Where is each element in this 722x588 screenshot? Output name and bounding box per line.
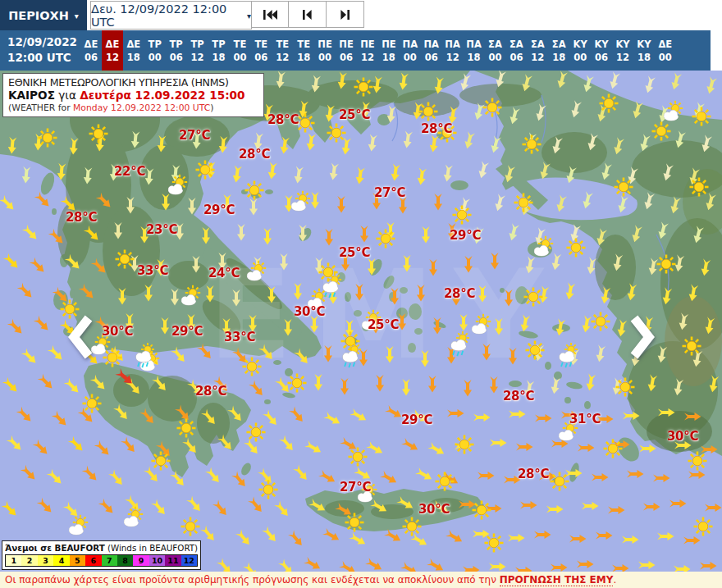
timeline-step-ΤΕ-12[interactable]: ΤΕ12 bbox=[272, 30, 293, 71]
wind-arrow bbox=[422, 226, 430, 244]
wind-arrow bbox=[175, 404, 192, 422]
timeline-step-ΔΕ-00[interactable]: ΔΕ00 bbox=[655, 30, 676, 71]
wind-arrow bbox=[171, 346, 188, 364]
timeline-hour-label: 00 bbox=[404, 52, 417, 62]
timeline-step-ΠΕ-00[interactable]: ΠΕ00 bbox=[314, 30, 336, 71]
timeline-day-label: ΤΡ bbox=[149, 39, 162, 49]
wind-arrow bbox=[434, 194, 442, 211]
wind-arrow bbox=[578, 444, 595, 452]
wind-arrow bbox=[325, 104, 336, 122]
timeline-step-ΠΕ-12[interactable]: ΠΕ12 bbox=[357, 30, 378, 71]
timeline-step-ΤΕ-00[interactable]: ΤΕ00 bbox=[229, 30, 250, 71]
timeline-step-ΚΥ-12[interactable]: ΚΥ12 bbox=[612, 30, 633, 71]
wind-arrow bbox=[661, 287, 672, 305]
wind-arrow bbox=[508, 534, 525, 542]
wind-arrow bbox=[658, 408, 675, 417]
temperature-label: 27°C bbox=[374, 185, 405, 200]
timeline-step-ΔΕ-12[interactable]: ΔΕ12 bbox=[102, 30, 123, 71]
wind-arrow bbox=[325, 229, 333, 246]
temperature-label: 23°C bbox=[146, 222, 177, 237]
timeline-day-label: ΚΥ bbox=[573, 39, 587, 49]
weather-icon-sun bbox=[483, 98, 502, 117]
timeline-step-ΠΑ-00[interactable]: ΠΑ00 bbox=[400, 30, 421, 71]
temperature-label: 28°C bbox=[503, 389, 534, 403]
timeline-step-ΤΕ-18[interactable]: ΤΕ18 bbox=[293, 30, 314, 71]
temperature-label: 29°C bbox=[401, 413, 432, 427]
wind-arrow bbox=[608, 506, 625, 514]
timeline-day-label: ΔΕ bbox=[85, 39, 98, 49]
timeline-step-ΤΡ-06[interactable]: ΤΡ06 bbox=[166, 30, 187, 71]
wind-arrow bbox=[34, 191, 52, 209]
wind-arrow bbox=[21, 166, 31, 184]
timeline-step-ΣΑ-00[interactable]: ΣΑ00 bbox=[485, 30, 506, 71]
wind-arrow bbox=[47, 344, 65, 362]
emy-forecast-link[interactable]: ΠΡΟΓΝΩΣΗ ΤΗΣ ΕΜΥ bbox=[500, 574, 614, 586]
beaufort-scale-cell-5: 5 bbox=[70, 555, 85, 566]
wind-arrow bbox=[144, 466, 161, 484]
previous-map-chevron[interactable] bbox=[64, 313, 97, 361]
timeline-step-ΣΑ-18[interactable]: ΣΑ18 bbox=[548, 30, 569, 71]
timeline-step-ΠΑ-18[interactable]: ΠΑ18 bbox=[464, 30, 485, 71]
timeline-step-ΣΑ-06[interactable]: ΣΑ06 bbox=[505, 30, 527, 71]
timeline-step-ΠΑ-06[interactable]: ΠΑ06 bbox=[421, 30, 442, 71]
wind-arrow bbox=[274, 500, 291, 518]
step-back-button[interactable] bbox=[289, 1, 327, 28]
wind-arrow bbox=[94, 440, 112, 458]
wind-arrow bbox=[258, 467, 275, 485]
region-dropdown-button[interactable]: ΠΕΡΙΟΧΗ ▾ bbox=[0, 0, 87, 30]
weather-icon-sun bbox=[245, 181, 264, 200]
wind-arrow bbox=[626, 283, 637, 301]
weather-icon-sun bbox=[694, 517, 713, 536]
wind-arrow bbox=[565, 469, 583, 477]
timeline-step-ΠΕ-06[interactable]: ΠΕ06 bbox=[336, 30, 357, 71]
wind-arrow bbox=[114, 222, 122, 239]
wind-arrow bbox=[311, 75, 322, 93]
timeline-step-ΤΡ-00[interactable]: ΤΡ00 bbox=[144, 30, 166, 71]
wind-arrow bbox=[206, 285, 214, 303]
wind-arrow bbox=[57, 163, 66, 180]
wind-arrow bbox=[639, 444, 656, 453]
timeline-step-ΣΑ-12[interactable]: ΣΑ12 bbox=[527, 30, 548, 71]
wind-arrow bbox=[551, 136, 563, 154]
skip-to-first-button[interactable] bbox=[251, 1, 289, 28]
step-forward-button[interactable] bbox=[327, 1, 364, 28]
wind-arrow bbox=[322, 528, 341, 544]
timeline-step-ΤΡ-12[interactable]: ΤΡ12 bbox=[187, 30, 208, 71]
timeline-step-ΠΕ-18[interactable]: ΠΕ18 bbox=[378, 30, 400, 71]
timeline-step-ΚΥ-18[interactable]: ΚΥ18 bbox=[633, 30, 655, 71]
timeline-step-ΚΥ-06[interactable]: ΚΥ06 bbox=[591, 30, 612, 71]
timeline-day-label: ΠΕ bbox=[339, 39, 353, 49]
weather-icon-sun bbox=[419, 103, 438, 121]
wind-arrow bbox=[704, 317, 715, 335]
timeline-step-ΤΡ-18[interactable]: ΤΡ18 bbox=[208, 30, 230, 71]
timeline-step-ΚΥ-00[interactable]: ΚΥ00 bbox=[569, 30, 591, 71]
wind-arrow bbox=[495, 318, 503, 335]
temperature-label: 33°C bbox=[224, 330, 255, 344]
wind-arrow bbox=[299, 100, 309, 118]
timeline-day-label: ΤΡ bbox=[170, 39, 183, 49]
wind-arrow bbox=[324, 345, 332, 362]
wind-arrow bbox=[118, 288, 126, 305]
wind-arrow bbox=[396, 496, 415, 512]
wind-arrow bbox=[69, 138, 79, 155]
timeline-step-ΔΕ-18[interactable]: ΔΕ18 bbox=[123, 30, 144, 71]
wind-arrow bbox=[370, 499, 389, 515]
wind-arrow bbox=[368, 258, 376, 276]
next-map-chevron[interactable] bbox=[626, 313, 659, 361]
wind-arrow bbox=[551, 440, 569, 448]
timeline-step-ΔΕ-06[interactable]: ΔΕ06 bbox=[80, 30, 102, 71]
wind-arrow bbox=[464, 380, 472, 397]
beaufort-scale-cell-8: 8 bbox=[117, 555, 133, 566]
timeline-day-label: ΤΡ bbox=[212, 39, 225, 49]
wind-arrow bbox=[427, 442, 446, 458]
wind-arrow bbox=[555, 318, 565, 336]
wind-arrow bbox=[516, 443, 533, 451]
wind-arrow bbox=[669, 72, 682, 90]
weather-icon-sun bbox=[683, 337, 701, 356]
wind-arrow bbox=[595, 228, 607, 246]
timeline-step-ΤΕ-06[interactable]: ΤΕ06 bbox=[250, 30, 272, 71]
wind-arrow bbox=[459, 314, 468, 331]
datetime-dropdown-button[interactable]: Δευ. 12/09/2022 12:00 UTC ▾ bbox=[90, 1, 252, 30]
wind-arrow bbox=[217, 558, 234, 572]
timeline-step-ΠΑ-12[interactable]: ΠΑ12 bbox=[442, 30, 464, 71]
